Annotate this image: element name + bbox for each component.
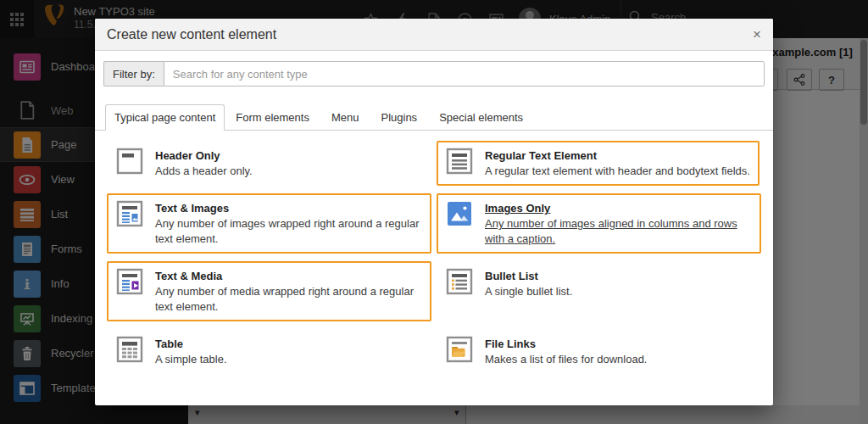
image-icon <box>446 200 473 227</box>
tab-typical-page-content[interactable]: Typical page content <box>105 104 225 131</box>
item-description: A regular text element with header and b… <box>485 164 750 179</box>
textpic-icon <box>116 200 143 227</box>
filter-row: Filter by: <box>103 61 765 86</box>
item-text-and-images[interactable]: Text & ImagesAny number of images wrappe… <box>107 193 431 254</box>
item-images-only[interactable]: Images OnlyAny number of images aligned … <box>437 193 761 254</box>
create-content-modal: Create new content element × Filter by: … <box>95 19 773 405</box>
item-description: Any number of media wrapped right around… <box>155 284 422 315</box>
tab-menu[interactable]: Menu <box>320 105 370 130</box>
item-description: A single bullet list. <box>485 284 572 299</box>
text-icon <box>446 148 473 175</box>
content-element-grid: Header OnlyAdds a header only. Regular T… <box>95 131 773 374</box>
item-bullet-list[interactable]: Bullet ListA single bullet list. <box>437 261 761 306</box>
item-description: Makes a list of files for download. <box>485 352 647 367</box>
item-title: Header Only <box>155 148 253 163</box>
filter-label: Filter by: <box>103 61 164 86</box>
item-title: Regular Text Element <box>485 148 750 163</box>
item-title: Text & Images <box>155 201 422 215</box>
modal-header: Create new content element × <box>95 19 773 51</box>
header-only-icon <box>116 148 143 175</box>
content-type-search-input[interactable] <box>164 61 765 86</box>
item-title: File Links <box>485 337 647 351</box>
bullet-list-icon <box>446 268 473 295</box>
item-title: Table <box>155 337 227 351</box>
table-icon <box>116 336 143 363</box>
tab-special-elements[interactable]: Special elements <box>428 105 534 130</box>
file-links-icon <box>446 336 473 363</box>
item-description: Any number of images wrapped right aroun… <box>155 216 422 247</box>
item-title: Text & Media <box>155 269 422 283</box>
item-description: Adds a header only. <box>155 164 253 179</box>
item-text-and-media[interactable]: Text & MediaAny number of media wrapped … <box>107 261 431 321</box>
item-regular-text-element[interactable]: Regular Text ElementA regular text eleme… <box>437 141 760 186</box>
close-icon[interactable]: × <box>753 27 761 42</box>
item-description: A simple table. <box>155 352 227 367</box>
item-description: Any number of images aligned in columns … <box>485 216 752 247</box>
item-table[interactable]: TableA simple table. <box>107 329 431 374</box>
item-header-only[interactable]: Header OnlyAdds a header only. <box>107 141 431 186</box>
item-title: Bullet List <box>485 269 572 283</box>
modal-tabs: Typical page content Form elements Menu … <box>95 105 773 131</box>
textmedia-icon <box>116 268 143 295</box>
tab-form-elements[interactable]: Form elements <box>225 105 320 130</box>
item-file-links[interactable]: File LinksMakes a list of files for down… <box>437 329 761 374</box>
tab-plugins[interactable]: Plugins <box>370 105 428 130</box>
item-title: Images Only <box>485 201 752 215</box>
modal-title: Create new content element <box>107 27 276 42</box>
